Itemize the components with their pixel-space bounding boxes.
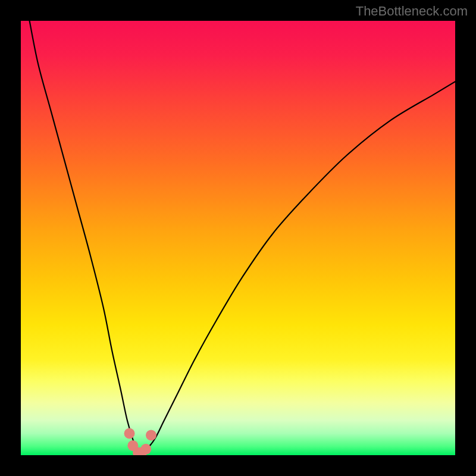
chart-plot-background	[21, 21, 455, 455]
chart-frame: TheBottleneck.com	[0, 0, 476, 476]
watermark-text: TheBottleneck.com	[356, 4, 468, 19]
